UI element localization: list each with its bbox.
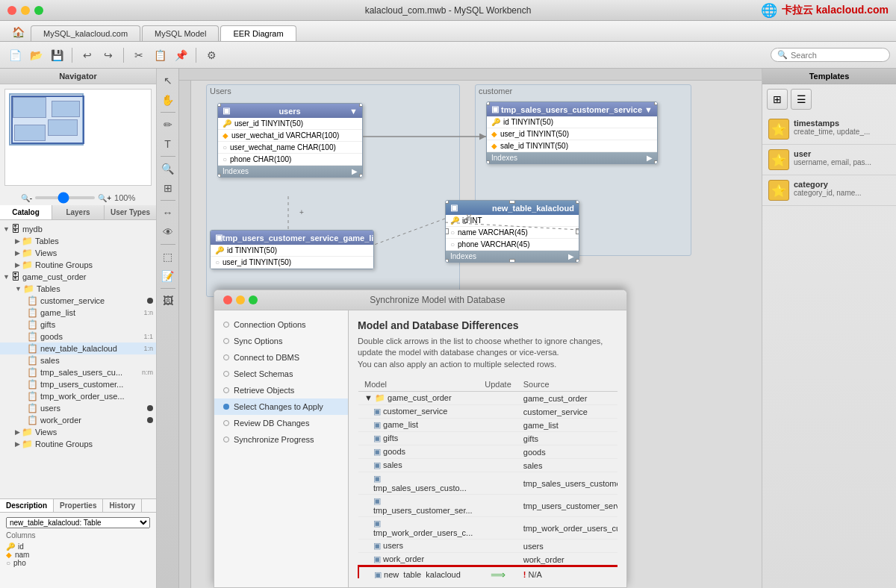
- update-cell-arrow[interactable]: ⟹: [479, 566, 517, 578]
- handle-bl[interactable]: [217, 174, 221, 178]
- zoom-out-button[interactable]: 🔍-: [21, 194, 32, 202]
- tab-properties[interactable]: Properties: [54, 499, 103, 512]
- undo-button[interactable]: ↩: [78, 46, 96, 64]
- relation-tool[interactable]: ↔: [159, 204, 177, 222]
- tree-item-tables-folder[interactable]: ▼ 📁 Tables: [0, 283, 156, 295]
- zoom-tool[interactable]: 🔍: [159, 160, 177, 178]
- text-tool[interactable]: T: [159, 135, 177, 153]
- table-row[interactable]: ▣ tmp_users_customer_ser... tmp_users_cu…: [358, 495, 617, 517]
- handle-tr[interactable]: [576, 200, 579, 204]
- dialog-min-button[interactable]: [236, 295, 245, 304]
- table-row[interactable]: ▣ users users: [358, 539, 617, 553]
- template-timestamps[interactable]: ⭐ timestamps create_time, update_...: [762, 114, 896, 145]
- zoom-in-button[interactable]: 🔍+: [98, 194, 111, 202]
- tree-item-mydb-views[interactable]: ▶ 📁 Views: [0, 247, 156, 259]
- note-tool[interactable]: 📝: [159, 267, 177, 285]
- search-input[interactable]: [791, 51, 883, 60]
- hand-tool[interactable]: ✋: [159, 91, 177, 109]
- handle-tl[interactable]: [486, 101, 490, 105]
- open-button[interactable]: 📂: [27, 46, 45, 64]
- tab-eer-diagram[interactable]: EER Diagram: [220, 25, 296, 41]
- table-row[interactable]: ▼ 📁 game_cust_order game_cust_order: [358, 392, 617, 405]
- table-row-highlighted[interactable]: ▣ new_table_kalacloud ⟹ ! N/A: [358, 566, 617, 578]
- sync-nav-connect-dbms[interactable]: Connect to DBMS: [214, 349, 348, 366]
- template-user[interactable]: ⭐ user username, email, pas...: [762, 145, 896, 175]
- table-row[interactable]: ▣ goods goods: [358, 445, 617, 459]
- table-row[interactable]: ▣ game_list game_list: [358, 419, 617, 432]
- tree-item-game-cust[interactable]: ▼ 🗄 game_cust_order: [0, 271, 156, 283]
- table-users[interactable]: ▣ users ▼ 🔑 user_id TINYINT(50) ◆ user_w…: [217, 103, 363, 178]
- draw-tool[interactable]: ✏: [159, 116, 177, 134]
- dialog-max-button[interactable]: [249, 295, 258, 304]
- tree-item-tmp-work[interactable]: 📋 tmp_work_order_use...: [0, 390, 156, 402]
- tree-item-gifts[interactable]: 📋 gifts: [0, 319, 156, 331]
- sync-nav-select-schemas[interactable]: Select Schemas: [214, 366, 348, 382]
- table-row[interactable]: ▣ sales sales: [358, 459, 617, 472]
- view-tool[interactable]: 👁: [159, 223, 177, 241]
- sync-nav-retrieve[interactable]: Retrieve Objects: [214, 382, 348, 398]
- copy-button[interactable]: 📋: [151, 46, 169, 64]
- settings-button[interactable]: ⚙: [202, 46, 220, 64]
- redo-button[interactable]: ↪: [99, 46, 117, 64]
- maximize-button[interactable]: [34, 6, 43, 15]
- handle-ml[interactable]: [445, 228, 449, 234]
- tree-item-work-order[interactable]: 📋 work_order: [0, 414, 156, 426]
- table-row[interactable]: ▣ gifts gifts: [358, 432, 617, 445]
- sync-nav-review[interactable]: Review DB Changes: [214, 415, 348, 431]
- tab-catalog[interactable]: Catalog: [0, 205, 52, 219]
- table-row[interactable]: ▣ customer_service customer_service: [358, 405, 617, 419]
- zoom-slider[interactable]: [35, 196, 95, 199]
- tree-item-new-table[interactable]: 📋 new_table_kalacloud 1:n: [0, 343, 156, 354]
- new-button[interactable]: 📄: [6, 46, 24, 64]
- handle-mr[interactable]: [576, 228, 579, 234]
- tree-item-game-views[interactable]: ▶ 📁 Views: [0, 426, 156, 438]
- close-button[interactable]: [7, 6, 16, 15]
- tree-item-tmp-users[interactable]: 📋 tmp_users_customer...: [0, 378, 156, 390]
- image-tool[interactable]: 🖼: [159, 292, 177, 310]
- handle-bl[interactable]: [486, 160, 490, 164]
- tree-item-sales[interactable]: 📋 sales: [0, 354, 156, 366]
- tree-item-customer-service[interactable]: 📋 customer_service: [0, 295, 156, 307]
- desc-select[interactable]: new_table_kalacloud: Table: [6, 517, 150, 528]
- handle-tr[interactable]: [359, 103, 363, 107]
- handle-tm[interactable]: [509, 200, 515, 204]
- table-row[interactable]: ▣ tmp_work_order_users_c... tmp_work_ord…: [358, 517, 617, 539]
- tree-item-mydb-tables[interactable]: ▶ 📁 Tables: [0, 235, 156, 247]
- tab-mysql-model[interactable]: MySQL Model: [142, 25, 219, 41]
- sync-nav-select-changes[interactable]: Select Changes to Apply: [214, 398, 348, 415]
- layer-tool[interactable]: ⬚: [159, 248, 177, 266]
- tab-home[interactable]: 🏠: [6, 23, 31, 41]
- panel-icon-list[interactable]: ☰: [791, 89, 812, 110]
- handle-br[interactable]: [576, 259, 579, 263]
- handle-bl[interactable]: [445, 259, 449, 263]
- handle-tl[interactable]: [445, 200, 449, 204]
- sync-nav-sync-options[interactable]: Sync Options: [214, 333, 348, 349]
- handle-bm[interactable]: [509, 259, 515, 263]
- sync-nav-progress[interactable]: Synchronize Progress: [214, 431, 348, 448]
- paste-button[interactable]: 📌: [172, 46, 190, 64]
- tree-item-mydb-routines[interactable]: ▶ 📁 Routine Groups: [0, 259, 156, 271]
- tree-item-mydb[interactable]: ▼ 🗄 mydb: [0, 223, 156, 235]
- tree-item-tmp-sales[interactable]: 📋 tmp_sales_users_cu... n:m: [0, 366, 156, 378]
- pointer-tool[interactable]: ↖: [159, 72, 177, 90]
- table-tmp-users[interactable]: ▣ tmp_users_customer_service_game_list ▼…: [210, 230, 374, 269]
- handle-tr[interactable]: [654, 101, 658, 105]
- save-button[interactable]: 💾: [48, 46, 66, 64]
- tab-user-types[interactable]: User Types: [105, 205, 156, 219]
- template-category[interactable]: ⭐ category category_id, name...: [762, 175, 896, 206]
- canvas-inner[interactable]: Users customer ▣ users ▼ 🔑: [191, 81, 762, 588]
- panel-icon-grid[interactable]: ⊞: [767, 89, 788, 110]
- tree-item-game-list[interactable]: 📋 game_list 1:n: [0, 307, 156, 319]
- table-tmp-sales[interactable]: ▣ tmp_sales_users_customer_service ▼ 🔑 i…: [486, 101, 658, 164]
- tree-item-game-routines[interactable]: ▶ 📁 Routine Groups: [0, 438, 156, 450]
- dialog-close-button[interactable]: [223, 295, 232, 304]
- minimize-button[interactable]: [21, 6, 30, 15]
- table-tool[interactable]: ⊞: [159, 179, 177, 197]
- tab-description[interactable]: Description: [0, 499, 54, 512]
- table-new-kalacloud[interactable]: ▣ new_table_kalacloud 🔑 id INT ○ name VA…: [445, 200, 579, 263]
- tree-item-goods[interactable]: 📋 goods 1:1: [0, 331, 156, 343]
- sync-nav-connection[interactable]: Connection Options: [214, 316, 348, 333]
- update-arrow-icon[interactable]: ⟹: [491, 569, 505, 578]
- tab-history[interactable]: History: [103, 499, 141, 512]
- handle-tl[interactable]: [217, 103, 221, 107]
